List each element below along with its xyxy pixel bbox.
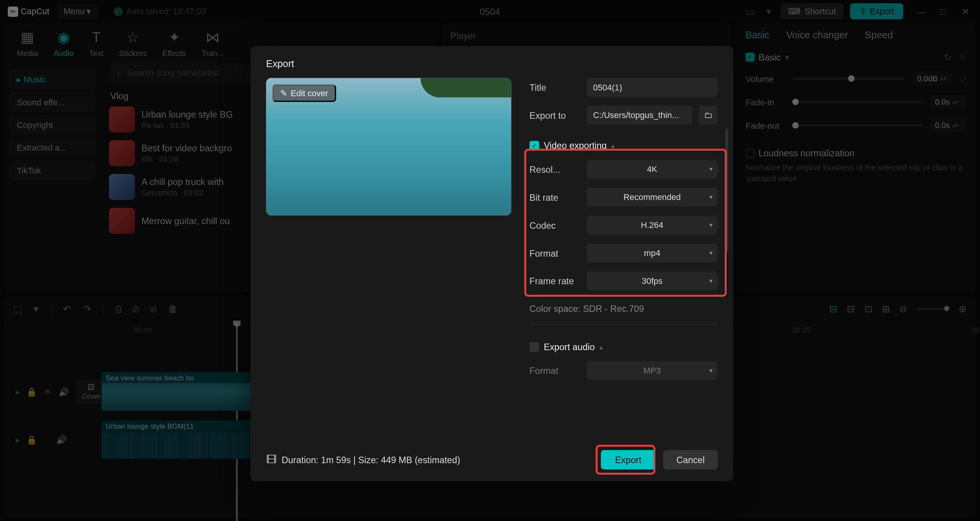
export-info: Duration: 1m 59s | Size: 449 MB (estimat… — [282, 455, 460, 465]
bitrate-select[interactable]: Recommended▾ — [586, 188, 717, 206]
exportto-label: Export to — [529, 110, 580, 120]
format-label: Format — [529, 248, 580, 258]
bitrate-label: Bit rate — [529, 192, 580, 202]
chevron-down-icon: ▾ — [709, 249, 712, 257]
audio-format-select: MP3▾ — [586, 361, 717, 380]
title-input[interactable] — [586, 78, 717, 97]
chevron-up-icon[interactable]: ▴ — [599, 343, 603, 351]
film-icon: 🎞 — [266, 454, 276, 466]
pencil-icon: ✎ — [280, 88, 287, 98]
chevron-down-icon: ▾ — [709, 277, 712, 285]
checkbox-off-icon[interactable] — [529, 342, 539, 351]
export-confirm-button[interactable]: Export — [601, 450, 655, 470]
export-dialog: Export ✎ Edit cover Title Expor — [250, 46, 733, 481]
audio-format-label: Format — [529, 365, 580, 375]
codec-select[interactable]: H.264▾ — [586, 216, 717, 234]
framerate-label: Frame rate — [529, 276, 580, 286]
codec-label: Codec — [529, 220, 580, 230]
chevron-down-icon: ▾ — [709, 193, 712, 201]
edit-cover-button[interactable]: ✎ Edit cover — [273, 84, 336, 102]
exportto-path: C:/Users/topgus_thin... — [586, 106, 692, 125]
format-select[interactable]: mp4▾ — [586, 244, 717, 262]
chevron-up-icon[interactable]: ▴ — [611, 142, 614, 149]
chevron-down-icon: ▾ — [709, 367, 712, 374]
folder-icon: 🗀 — [704, 110, 712, 120]
cancel-button[interactable]: Cancel — [663, 450, 718, 470]
browse-folder-button[interactable]: 🗀 — [699, 106, 718, 125]
checkbox-on-icon[interactable]: ✓ — [529, 141, 539, 150]
colorspace-label: Color space: SDR - Rec.709 — [529, 303, 718, 314]
cover-preview: ✎ Edit cover — [266, 78, 511, 215]
title-label: Title — [529, 82, 580, 92]
resolution-label: Resol... — [529, 164, 580, 174]
resolution-select[interactable]: 4K▾ — [586, 160, 717, 179]
chevron-down-icon: ▾ — [709, 221, 712, 229]
framerate-select[interactable]: 30fps▾ — [586, 272, 717, 290]
divider — [529, 324, 718, 325]
chevron-down-icon: ▾ — [709, 165, 712, 173]
dialog-title: Export — [266, 58, 718, 69]
scrollbar[interactable] — [725, 129, 728, 298]
